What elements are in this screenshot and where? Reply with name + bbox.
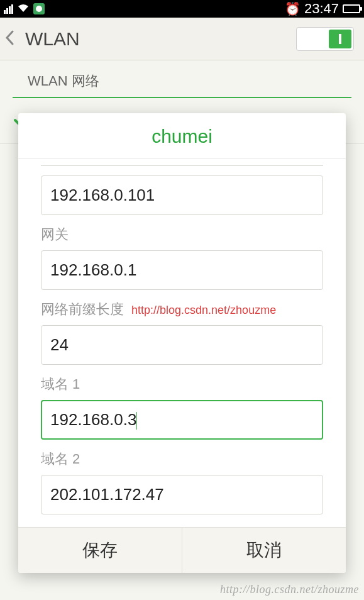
dns2-label-text: 域名 2 xyxy=(41,450,80,469)
text-caret xyxy=(136,412,137,430)
prefix-length-label: 网络前缀长度 http://blog.csdn.net/zhouzme xyxy=(41,290,323,325)
prefix-length-label-text: 网络前缀长度 xyxy=(41,300,124,319)
dialog-actions: 保存 取消 xyxy=(18,528,346,573)
field-partial-top xyxy=(41,165,323,175)
page-watermark: http://blog.csdn.net/zhouzme xyxy=(220,583,359,596)
cancel-button[interactable]: 取消 xyxy=(182,528,346,573)
inline-watermark: http://blog.csdn.net/zhouzme xyxy=(131,304,276,317)
dns2-field[interactable]: 202.101.172.47 xyxy=(41,475,323,514)
dialog-body: 192.168.0.101 网关 192.168.0.1 网络前缀长度 http… xyxy=(18,165,346,528)
dns2-label: 域名 2 xyxy=(41,440,323,475)
dns1-value: 192.168.0.3 xyxy=(50,410,136,429)
dialog-title: chumei xyxy=(18,113,346,159)
dns1-label: 域名 1 xyxy=(41,365,323,400)
dns1-label-text: 域名 1 xyxy=(41,375,80,394)
prefix-length-field[interactable]: 24 xyxy=(41,325,323,365)
wifi-config-dialog: chumei 192.168.0.101 网关 192.168.0.1 网络前缀… xyxy=(18,113,346,573)
dns1-field[interactable]: 192.168.0.3 xyxy=(41,400,323,440)
gateway-label: 网关 xyxy=(41,215,323,250)
save-button[interactable]: 保存 xyxy=(18,528,182,573)
ip-address-field[interactable]: 192.168.0.101 xyxy=(41,175,323,215)
gateway-label-text: 网关 xyxy=(41,225,69,244)
gateway-field[interactable]: 192.168.0.1 xyxy=(41,250,323,290)
